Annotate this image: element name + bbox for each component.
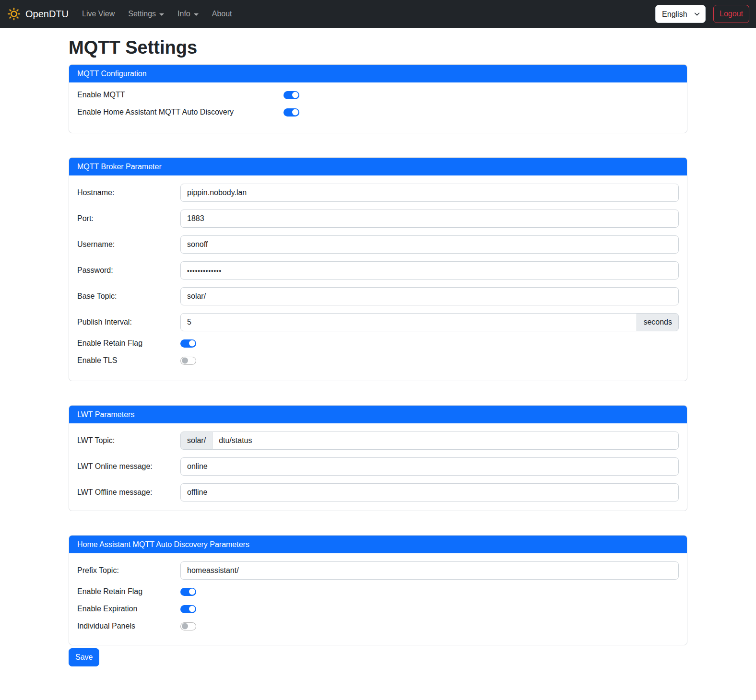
nav-item-info[interactable]: Info bbox=[171, 6, 205, 22]
enable-expiration-toggle[interactable] bbox=[180, 605, 196, 613]
nav-item-label: Live View bbox=[82, 10, 115, 18]
username-input[interactable] bbox=[180, 235, 679, 254]
base-topic-input[interactable] bbox=[180, 287, 679, 305]
username-label: Username: bbox=[77, 240, 180, 249]
language-select[interactable]: English bbox=[655, 5, 706, 23]
lwt-offline-message-input[interactable] bbox=[180, 483, 679, 502]
publish-interval-input[interactable] bbox=[180, 313, 637, 331]
individual-panels-label: Individual Panels bbox=[77, 622, 180, 630]
nav-item-label: Settings bbox=[128, 10, 156, 18]
save-button[interactable]: Save bbox=[69, 648, 99, 666]
sun-logo-icon bbox=[7, 7, 21, 21]
lwt-topic-label: LWT Topic: bbox=[77, 436, 180, 445]
lwt-online-message-input[interactable] bbox=[180, 457, 679, 476]
mqtt-configuration-card: MQTT Configuration Enable MQTT Enable Ho… bbox=[69, 64, 687, 133]
brand-link[interactable]: OpenDTU bbox=[7, 7, 69, 21]
port-input[interactable] bbox=[180, 210, 679, 228]
nav-item-about[interactable]: About bbox=[205, 6, 239, 22]
base-topic-label: Base Topic: bbox=[77, 292, 180, 301]
broker-retain-flag-label: Enable Retain Flag bbox=[77, 339, 180, 348]
lwt-topic-prefix: solar/ bbox=[180, 432, 213, 450]
publish-interval-unit: seconds bbox=[637, 313, 679, 331]
ha-retain-flag-toggle[interactable] bbox=[180, 588, 196, 596]
page-title: MQTT Settings bbox=[69, 37, 687, 58]
mqtt-broker-parameter-card: MQTT Broker Parameter Hostname: Port: Us… bbox=[69, 157, 687, 381]
caret-down-icon bbox=[194, 13, 199, 16]
nav-item-live-view[interactable]: Live View bbox=[75, 6, 121, 22]
publish-interval-label: Publish Interval: bbox=[77, 318, 180, 327]
lwt-parameters-card: LWT Parameters LWT Topic: solar/ LWT Onl… bbox=[69, 405, 687, 511]
ha-retain-flag-label: Enable Retain Flag bbox=[77, 587, 180, 596]
logout-button[interactable]: Logout bbox=[713, 5, 749, 23]
password-label: Password: bbox=[77, 266, 180, 275]
lwt-online-message-label: LWT Online message: bbox=[77, 462, 180, 471]
hostname-label: Hostname: bbox=[77, 188, 180, 197]
nav-item-settings[interactable]: Settings bbox=[121, 6, 171, 22]
prefix-topic-input[interactable] bbox=[180, 561, 679, 580]
nav-links: Live View Settings Info About bbox=[75, 6, 239, 22]
individual-panels-toggle[interactable] bbox=[180, 622, 196, 630]
enable-tls-toggle[interactable] bbox=[180, 357, 196, 365]
enable-ha-discovery-toggle[interactable] bbox=[284, 108, 299, 117]
lwt-parameters-card-header: LWT Parameters bbox=[69, 406, 687, 423]
enable-expiration-label: Enable Expiration bbox=[77, 605, 180, 613]
enable-tls-label: Enable TLS bbox=[77, 356, 180, 365]
enable-mqtt-toggle[interactable] bbox=[284, 91, 299, 99]
main-content: MQTT Settings MQTT Configuration Enable … bbox=[69, 37, 687, 676]
nav-item-label: Info bbox=[177, 10, 190, 18]
broker-retain-flag-toggle[interactable] bbox=[180, 339, 196, 348]
ha-discovery-parameters-card-header: Home Assistant MQTT Auto Discovery Param… bbox=[69, 536, 687, 553]
lwt-offline-message-label: LWT Offline message: bbox=[77, 488, 180, 497]
brand-label: OpenDTU bbox=[25, 9, 69, 20]
lwt-topic-input[interactable] bbox=[212, 432, 679, 450]
mqtt-broker-parameter-card-header: MQTT Broker Parameter bbox=[69, 158, 687, 175]
mqtt-configuration-card-header: MQTT Configuration bbox=[69, 65, 687, 82]
prefix-topic-label: Prefix Topic: bbox=[77, 566, 180, 575]
port-label: Port: bbox=[77, 214, 180, 223]
navbar: OpenDTU Live View Settings Info About En… bbox=[0, 0, 756, 28]
enable-ha-discovery-label: Enable Home Assistant MQTT Auto Discover… bbox=[77, 108, 284, 117]
caret-down-icon bbox=[159, 13, 164, 16]
hostname-input[interactable] bbox=[180, 184, 679, 202]
nav-item-label: About bbox=[212, 10, 232, 18]
enable-mqtt-label: Enable MQTT bbox=[77, 91, 284, 99]
password-input[interactable] bbox=[180, 261, 679, 280]
ha-discovery-parameters-card: Home Assistant MQTT Auto Discovery Param… bbox=[69, 535, 687, 645]
